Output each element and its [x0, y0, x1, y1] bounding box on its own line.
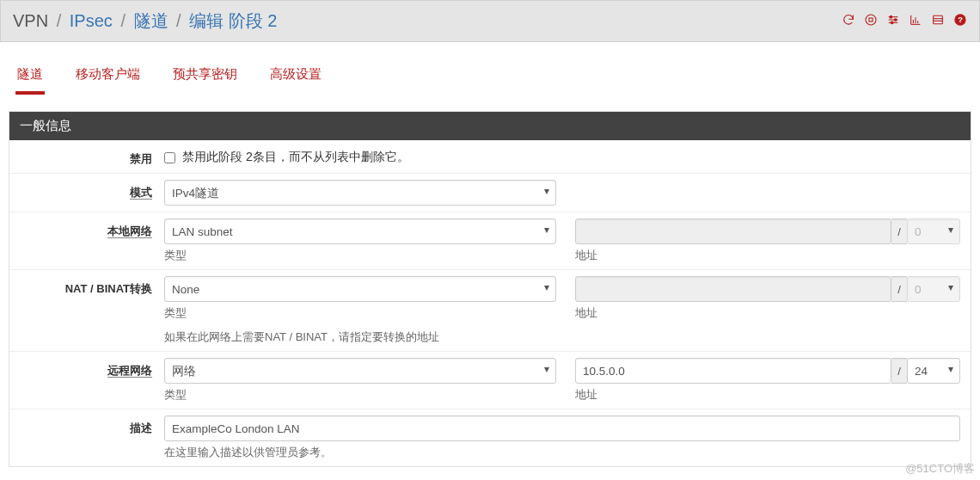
svg-rect-1 — [869, 18, 873, 22]
label-mode: 模式 — [9, 180, 164, 200]
slash-sep: / — [891, 276, 907, 302]
nat-type-help: 类型 — [164, 305, 556, 321]
remotenet-addr-help: 地址 — [575, 387, 960, 403]
chart-icon[interactable] — [909, 13, 922, 29]
tab-tunnels[interactable]: 隧道 — [15, 58, 45, 95]
svg-point-5 — [890, 15, 892, 18]
toolbar-icons: ? — [842, 13, 967, 29]
label-disabled: 禁用 — [9, 146, 164, 167]
mode-select-wrap: IPv4隧道 — [164, 180, 556, 206]
svg-point-0 — [866, 15, 876, 25]
svg-rect-13 — [934, 15, 943, 23]
remotenet-mask-select[interactable]: 24 — [907, 358, 960, 384]
breadcrumb-sep: / — [117, 11, 129, 30]
breadcrumb-sep: / — [173, 11, 185, 30]
remotenet-addr-input[interactable] — [575, 358, 891, 384]
help-icon[interactable]: ? — [953, 13, 967, 29]
slash-sep: / — [891, 358, 907, 384]
disabled-checkbox-wrap[interactable]: 禁用此阶段 2条目，而不从列表中删除它。 — [164, 146, 960, 165]
list-icon[interactable] — [931, 13, 945, 29]
tab-advanced[interactable]: 高级设置 — [268, 58, 323, 95]
localnet-mask-select[interactable]: 0 — [907, 218, 960, 244]
disabled-checkbox[interactable] — [164, 152, 175, 163]
svg-point-6 — [894, 19, 897, 22]
panel-body: 禁用 禁用此阶段 2条目，而不从列表中删除它。 模式 IPv4隧道 本地网络 — [9, 140, 971, 466]
label-localnet: 本地网络 — [9, 218, 164, 239]
nat-addr-input[interactable] — [575, 276, 891, 302]
nat-addr-help: 地址 — [575, 305, 960, 321]
tabs: 隧道 移动客户端 预共享密钥 高级设置 — [0, 42, 980, 95]
nat-type-select[interactable]: None — [164, 276, 556, 302]
refresh-icon[interactable] — [842, 13, 855, 29]
watermark: @51CTO博客 — [905, 461, 975, 467]
sliders-icon[interactable] — [886, 13, 900, 29]
label-nat: NAT / BINAT转换 — [9, 276, 164, 297]
breadcrumb: VPN / IPsec / 隧道 / 编辑 阶段 2 — [13, 9, 277, 33]
breadcrumb-sep: / — [53, 11, 65, 30]
breadcrumb-root: VPN — [13, 11, 48, 30]
disabled-text: 禁用此阶段 2条目，而不从列表中删除它。 — [182, 150, 409, 165]
nat-mask-select[interactable]: 0 — [907, 276, 960, 302]
svg-text:?: ? — [958, 15, 963, 24]
row-disabled: 禁用 禁用此阶段 2条目，而不从列表中删除它。 — [9, 140, 971, 173]
mode-select[interactable]: IPv4隧道 — [164, 180, 556, 206]
breadcrumb-ipsec[interactable]: IPsec — [70, 11, 113, 30]
breadcrumb-current[interactable]: 编辑 阶段 2 — [189, 11, 277, 30]
row-nat: NAT / BINAT转换 None 类型 如果在此网络上需要NAT / BIN… — [9, 269, 971, 351]
svg-point-7 — [891, 22, 893, 24]
descr-input[interactable] — [164, 415, 960, 441]
breadcrumb-bar: VPN / IPsec / 隧道 / 编辑 阶段 2 ? — [0, 0, 980, 42]
descr-help: 在这里输入描述以供管理员参考。 — [164, 445, 960, 460]
remotenet-type-help: 类型 — [164, 387, 556, 403]
row-descr: 描述 在这里输入描述以供管理员参考。 — [9, 409, 971, 466]
label-descr: 描述 — [9, 415, 164, 436]
localnet-addr-help: 地址 — [575, 248, 960, 263]
localnet-type-select[interactable]: LAN subnet — [164, 218, 556, 244]
tab-mobile-clients[interactable]: 移动客户端 — [74, 58, 142, 95]
nat-extra-help: 如果在此网络上需要NAT / BINAT，请指定要转换的地址 — [164, 329, 556, 345]
row-localnet: 本地网络 LAN subnet 类型 / 0 地址 — [9, 212, 971, 269]
localnet-addr-input[interactable] — [575, 218, 891, 244]
row-mode: 模式 IPv4隧道 — [9, 173, 971, 212]
localnet-type-help: 类型 — [164, 248, 556, 263]
slash-sep: / — [891, 218, 907, 244]
remotenet-type-select[interactable]: 网络 — [164, 358, 556, 384]
panel-heading: 一般信息 — [9, 112, 971, 140]
breadcrumb-tunnels[interactable]: 隧道 — [134, 11, 168, 30]
tab-preshared-keys[interactable]: 预共享密钥 — [171, 58, 239, 95]
panel-general: 一般信息 禁用 禁用此阶段 2条目，而不从列表中删除它。 模式 IPv4隧道 — [9, 111, 971, 467]
row-remotenet: 远程网络 网络 类型 / 24 地址 — [9, 351, 971, 409]
label-remotenet: 远程网络 — [9, 358, 164, 378]
stop-icon[interactable] — [864, 13, 878, 29]
